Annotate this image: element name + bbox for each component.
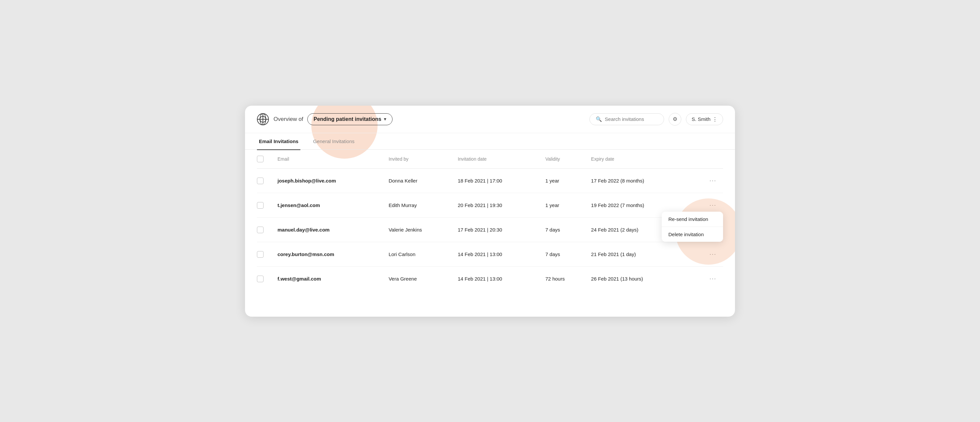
row-validity: 72 hours: [541, 267, 587, 291]
row-email: f.west@gmail.com: [274, 267, 385, 291]
tabs-bar: Email Invitations General Invitations: [245, 133, 735, 150]
row-checkbox-2[interactable]: [257, 227, 264, 233]
row-validity: 7 days: [541, 217, 587, 242]
row-checkbox-1[interactable]: [257, 202, 264, 209]
row-invited-by: Valerie Jenkins: [385, 217, 453, 242]
invitations-table: Email Invited by Invitation date Validit…: [257, 150, 723, 291]
context-menu: Re-send invitation Delete invitation: [662, 212, 723, 242]
user-more-icon: ⋮: [713, 116, 718, 122]
row-checkbox-cell: [257, 168, 274, 193]
header-right: 🔍 ⚙ S. Smith ⋮: [589, 113, 723, 125]
overview-label: Overview of: [274, 116, 303, 122]
row-invited-by: Vera Greene: [385, 267, 453, 291]
row-more-button-4[interactable]: ···: [707, 274, 719, 284]
row-expiry-date: 21 Feb 2021 (1 day): [587, 242, 689, 267]
row-invitation-date: 18 Feb 2021 | 17:00: [454, 168, 541, 193]
col-invited-by: Invited by: [385, 150, 453, 168]
row-invitation-date: 20 Feb 2021 | 19:30: [454, 193, 541, 217]
row-expiry-date: 17 Feb 2022 (8 months): [587, 168, 689, 193]
table-row: corey.burton@msn.com Lori Carlson 14 Feb…: [257, 242, 723, 267]
row-checkbox-4[interactable]: [257, 276, 264, 282]
row-expiry-date: 26 Feb 2021 (13 hours): [587, 267, 689, 291]
header: Overview of Pending patient invitations …: [245, 106, 735, 133]
row-invitation-date: 14 Feb 2021 | 13:00: [454, 267, 541, 291]
tab-general-invitations[interactable]: General Invitations: [311, 133, 356, 150]
select-all-checkbox[interactable]: [257, 155, 264, 162]
tab-email-invitations[interactable]: Email Invitations: [257, 133, 301, 150]
search-input[interactable]: [605, 116, 658, 122]
table-row: f.west@gmail.com Vera Greene 14 Feb 2021…: [257, 267, 723, 291]
context-menu-resend[interactable]: Re-send invitation: [662, 212, 723, 227]
dropdown-label: Pending patient invitations: [313, 116, 381, 122]
user-name-label: S. Smith: [692, 116, 711, 122]
row-checkbox-cell: [257, 193, 274, 217]
app-container: Overview of Pending patient invitations …: [245, 106, 735, 317]
row-email: manuel.day@live.com: [274, 217, 385, 242]
col-actions: [689, 150, 723, 168]
table-body: joseph.bishop@live.com Donna Keller 18 F…: [257, 168, 723, 291]
row-checkbox-cell: [257, 217, 274, 242]
table-row: joseph.bishop@live.com Donna Keller 18 F…: [257, 168, 723, 193]
row-invited-by: Lori Carlson: [385, 242, 453, 267]
col-validity: Validity: [541, 150, 587, 168]
filter-icon: ⚙: [673, 116, 677, 122]
row-email: corey.burton@msn.com: [274, 242, 385, 267]
col-checkbox: [257, 150, 274, 168]
row-email: t.jensen@aol.com: [274, 193, 385, 217]
row-invitation-date: 17 Feb 2021 | 20:30: [454, 217, 541, 242]
row-invited-by: Donna Keller: [385, 168, 453, 193]
row-checkbox-0[interactable]: [257, 178, 264, 184]
row-checkbox-3[interactable]: [257, 251, 264, 258]
table-row: t.jensen@aol.com Edith Murray 20 Feb 202…: [257, 193, 723, 217]
search-icon: 🔍: [596, 116, 602, 122]
row-more-cell: ···: [689, 242, 723, 267]
col-expiry-date: Expiry date: [587, 150, 689, 168]
row-more-button-3[interactable]: ···: [707, 249, 719, 259]
row-invited-by: Edith Murray: [385, 193, 453, 217]
table-row: manuel.day@live.com Valerie Jenkins 17 F…: [257, 217, 723, 242]
row-more-button-0[interactable]: ···: [707, 176, 719, 186]
filter-button[interactable]: ⚙: [669, 113, 681, 125]
user-menu-button[interactable]: S. Smith ⋮: [686, 113, 723, 125]
row-checkbox-cell: [257, 242, 274, 267]
row-validity: 7 days: [541, 242, 587, 267]
row-more-button-1[interactable]: ···: [707, 200, 719, 210]
col-email: Email: [274, 150, 385, 168]
row-validity: 1 year: [541, 193, 587, 217]
row-invitation-date: 14 Feb 2021 | 13:00: [454, 242, 541, 267]
col-invitation-date: Invitation date: [454, 150, 541, 168]
row-email: joseph.bishop@live.com: [274, 168, 385, 193]
view-selector-dropdown[interactable]: Pending patient invitations ▾: [307, 113, 393, 125]
table-header-row: Email Invited by Invitation date Validit…: [257, 150, 723, 168]
context-menu-delete[interactable]: Delete invitation: [662, 227, 723, 242]
row-validity: 1 year: [541, 168, 587, 193]
chevron-down-icon: ▾: [384, 117, 386, 122]
row-more-cell: ···: [689, 267, 723, 291]
row-more-cell: ···: [689, 168, 723, 193]
search-box[interactable]: 🔍: [589, 113, 664, 125]
logo-icon: [257, 113, 269, 125]
row-checkbox-cell: [257, 267, 274, 291]
